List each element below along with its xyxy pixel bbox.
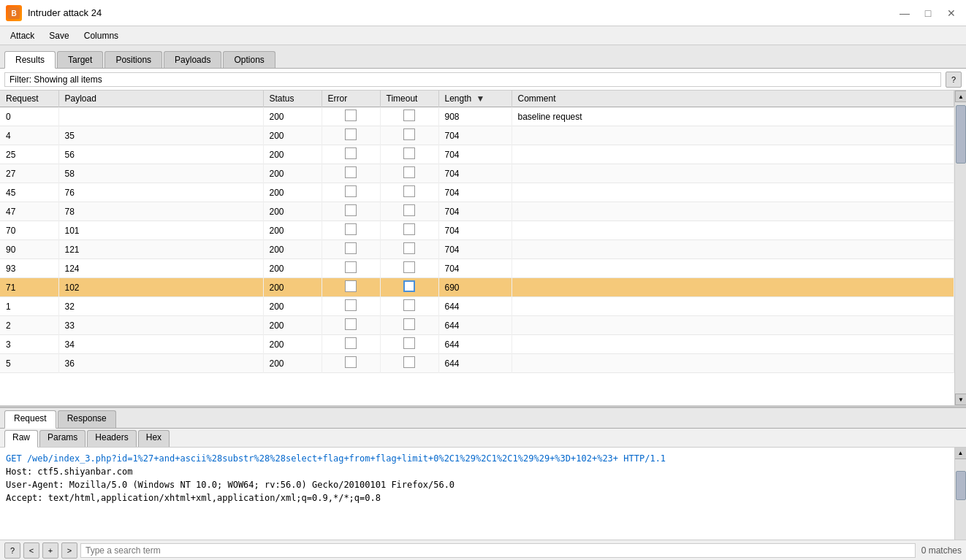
col-header-timeout[interactable]: Timeout xyxy=(380,91,438,107)
table-cell-checkbox[interactable] xyxy=(380,221,438,240)
checkbox[interactable] xyxy=(345,223,357,235)
table-row[interactable]: 4576200704 xyxy=(0,183,954,202)
checkbox[interactable] xyxy=(403,147,415,159)
tab-positions[interactable]: Positions xyxy=(104,51,162,68)
table-cell-checkbox[interactable] xyxy=(380,164,438,183)
table-cell-checkbox[interactable] xyxy=(380,316,438,335)
checkbox[interactable] xyxy=(403,299,415,311)
col-header-comment[interactable]: Comment xyxy=(511,91,954,107)
table-cell-checkbox[interactable] xyxy=(380,183,438,202)
checkbox[interactable] xyxy=(345,185,357,197)
maximize-button[interactable]: □ xyxy=(919,6,937,20)
table-scroll[interactable]: Request Payload Status Error Timeout Len… xyxy=(0,91,954,405)
close-button[interactable]: ✕ xyxy=(943,6,960,20)
content-scrollbar-thumb[interactable] xyxy=(956,471,966,500)
table-cell-checkbox[interactable] xyxy=(322,354,380,373)
table-cell-checkbox[interactable] xyxy=(322,240,380,259)
table-cell-checkbox[interactable] xyxy=(380,278,438,297)
table-cell-checkbox[interactable] xyxy=(380,126,438,145)
table-cell-checkbox[interactable] xyxy=(380,354,438,373)
sub-tab-hex[interactable]: Hex xyxy=(138,430,170,447)
checkbox[interactable] xyxy=(403,356,415,368)
menu-attack[interactable]: Attack xyxy=(4,29,40,42)
col-header-payload[interactable]: Payload xyxy=(58,91,263,107)
table-row[interactable]: 334200644 xyxy=(0,335,954,354)
table-cell-checkbox[interactable] xyxy=(322,164,380,183)
checkbox[interactable] xyxy=(345,337,357,349)
checkbox[interactable] xyxy=(403,129,415,140)
table-cell-checkbox[interactable] xyxy=(380,259,438,278)
menu-save[interactable]: Save xyxy=(43,29,75,42)
table-row[interactable]: 0200908baseline request xyxy=(0,107,954,126)
table-cell-checkbox[interactable] xyxy=(322,202,380,221)
search-help-button[interactable]: ? xyxy=(4,542,20,559)
minimize-button[interactable]: — xyxy=(896,6,913,20)
table-cell-checkbox[interactable] xyxy=(322,183,380,202)
checkbox[interactable] xyxy=(403,204,415,216)
col-header-request[interactable]: Request xyxy=(0,91,58,107)
table-row[interactable]: 435200704 xyxy=(0,126,954,145)
scrollbar-down-button[interactable]: ▼ xyxy=(955,394,966,405)
checkbox[interactable] xyxy=(403,185,415,197)
table-cell-checkbox[interactable] xyxy=(322,107,380,126)
table-cell-checkbox[interactable] xyxy=(322,278,380,297)
search-next-button[interactable]: > xyxy=(61,542,77,559)
checkbox[interactable] xyxy=(345,129,357,140)
checkbox[interactable] xyxy=(403,280,415,292)
bottom-tab-request[interactable]: Request xyxy=(4,410,56,429)
table-cell-checkbox[interactable] xyxy=(322,335,380,354)
table-row[interactable]: 2758200704 xyxy=(0,164,954,183)
tab-payloads[interactable]: Payloads xyxy=(164,51,221,68)
checkbox[interactable] xyxy=(345,110,357,121)
content-scrollbar[interactable]: ▲ xyxy=(954,448,966,540)
checkbox[interactable] xyxy=(403,110,415,121)
table-cell-checkbox[interactable] xyxy=(380,202,438,221)
checkbox[interactable] xyxy=(403,318,415,330)
checkbox[interactable] xyxy=(345,299,357,311)
table-row[interactable]: 71102200690 xyxy=(0,278,954,297)
table-cell-checkbox[interactable] xyxy=(380,240,438,259)
checkbox[interactable] xyxy=(345,204,357,216)
table-row[interactable]: 90121200704 xyxy=(0,240,954,259)
filter-help-button[interactable]: ? xyxy=(946,72,962,88)
checkbox[interactable] xyxy=(403,166,415,178)
search-prev-button[interactable]: < xyxy=(23,542,39,559)
checkbox[interactable] xyxy=(345,147,357,159)
scrollbar-up-button[interactable]: ▲ xyxy=(955,91,966,102)
table-cell-checkbox[interactable] xyxy=(322,145,380,164)
checkbox[interactable] xyxy=(345,280,357,292)
checkbox[interactable] xyxy=(345,261,357,273)
tab-options[interactable]: Options xyxy=(223,51,275,68)
search-input[interactable] xyxy=(80,543,916,558)
filter-input[interactable] xyxy=(4,72,941,87)
table-row[interactable]: 93124200704 xyxy=(0,259,954,278)
table-cell-checkbox[interactable] xyxy=(380,297,438,316)
sub-tab-headers[interactable]: Headers xyxy=(87,430,136,447)
search-add-button[interactable]: + xyxy=(42,542,58,559)
table-cell-checkbox[interactable] xyxy=(322,297,380,316)
checkbox[interactable] xyxy=(403,261,415,273)
bottom-tab-response[interactable]: Response xyxy=(58,410,116,428)
scrollbar-thumb[interactable] xyxy=(956,105,966,164)
checkbox[interactable] xyxy=(345,242,357,254)
table-cell-checkbox[interactable] xyxy=(380,335,438,354)
table-row[interactable]: 536200644 xyxy=(0,354,954,373)
table-cell-checkbox[interactable] xyxy=(322,126,380,145)
sub-tab-params[interactable]: Params xyxy=(39,430,85,447)
col-header-error[interactable]: Error xyxy=(322,91,380,107)
checkbox[interactable] xyxy=(403,337,415,349)
table-scrollbar[interactable]: ▲ ▼ xyxy=(954,91,966,405)
checkbox[interactable] xyxy=(403,242,415,254)
table-row[interactable]: 2556200704 xyxy=(0,145,954,164)
table-cell-checkbox[interactable] xyxy=(380,107,438,126)
col-header-length[interactable]: Length ▼ xyxy=(438,91,511,107)
checkbox[interactable] xyxy=(403,223,415,235)
table-row[interactable]: 132200644 xyxy=(0,297,954,316)
request-url-link[interactable]: GET /web/index_3.php?id=1%27+and+ascii%2… xyxy=(6,453,666,464)
col-header-status[interactable]: Status xyxy=(263,91,322,107)
table-row[interactable]: 4778200704 xyxy=(0,202,954,221)
content-scroll-up[interactable]: ▲ xyxy=(955,448,966,459)
table-cell-checkbox[interactable] xyxy=(322,221,380,240)
table-cell-checkbox[interactable] xyxy=(322,259,380,278)
tab-results[interactable]: Results xyxy=(4,51,56,69)
